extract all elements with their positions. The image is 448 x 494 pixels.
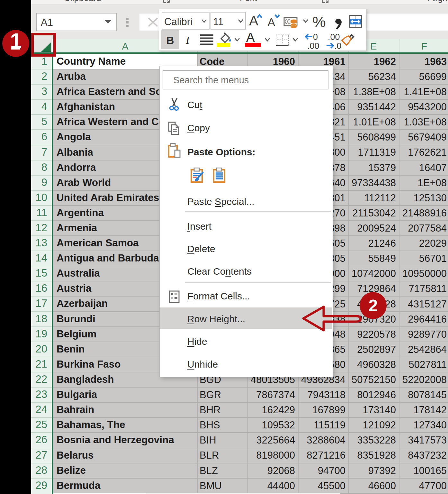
svg-text:0: 0 [313,32,318,42]
svg-text:.00: .00 [307,41,319,50]
svg-text:.00: .00 [328,32,340,42]
